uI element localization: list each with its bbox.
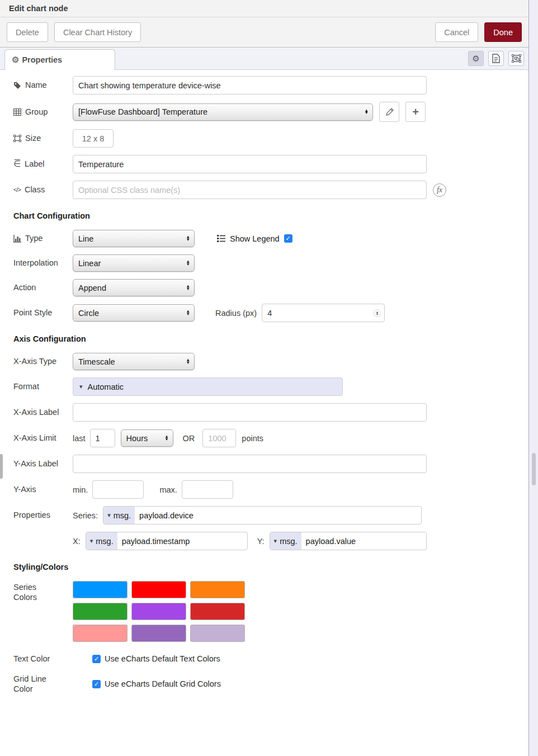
- x-axis-type-select[interactable]: Timescale ▲▼: [73, 353, 195, 370]
- size-button[interactable]: 12 x 8: [73, 129, 114, 148]
- group-row: Group [FlowFuse Dashboard] Temperature ▲…: [0, 102, 528, 122]
- grid-color-checkbox[interactable]: ✓: [92, 680, 101, 688]
- series-color-swatch[interactable]: [190, 625, 245, 642]
- action-select-value: Append: [78, 284, 185, 292]
- limit-points-input[interactable]: [202, 429, 236, 447]
- add-group-button[interactable]: +: [405, 102, 426, 122]
- series-color-swatch[interactable]: [131, 625, 186, 642]
- series-typed-input[interactable]: ▾ msg. payload.device: [103, 506, 422, 525]
- interpolation-select-value: Linear: [78, 259, 185, 268]
- text-color-checkbox[interactable]: ✓: [92, 655, 101, 663]
- limit-unit-value: Hours: [126, 434, 164, 443]
- text-color-row: Text Color ✓ Use eCharts Default Text Co…: [0, 654, 528, 664]
- chevron-down-icon: ▾: [107, 512, 111, 519]
- limit-unit-select[interactable]: Hours ▲▼: [121, 429, 173, 447]
- point-style-select[interactable]: Circle ▲▼: [73, 304, 195, 322]
- group-select[interactable]: [FlowFuse Dashboard] Temperature ▲▼: [73, 103, 373, 121]
- code-icon: </>: [13, 186, 21, 194]
- radius-input-wrap: ▲▼: [262, 304, 385, 322]
- series-color-swatch[interactable]: [73, 625, 128, 642]
- x-property-label: X:: [73, 537, 81, 546]
- xy-property-row: X: ▾ msg. payload.timestamp Y: ▾ msg. pa…: [0, 532, 528, 550]
- series-color-swatch[interactable]: [73, 581, 128, 598]
- radius-group: Radius (px) ▲▼: [215, 304, 385, 322]
- series-property-row: Properties Series: ▾ msg. payload.device: [0, 506, 528, 525]
- styling-colors-heading: Styling/Colors: [13, 563, 528, 571]
- text-color-option: ✓ Use eCharts Default Text Colors: [92, 654, 220, 663]
- last-label: last: [73, 434, 86, 443]
- properties-tab-button[interactable]: ⚙: [468, 51, 484, 66]
- group-label-group: Group: [13, 107, 73, 117]
- axis-configuration-heading: Axis Configuration: [13, 334, 528, 343]
- action-select[interactable]: Append ▲▼: [73, 279, 195, 296]
- interpolation-row: Interpolation Linear ▲▼: [0, 254, 528, 272]
- x-axis-type-row: X-Axis Type Timescale ▲▼: [0, 353, 528, 370]
- label-input[interactable]: [73, 155, 427, 173]
- scrollbar-thumb[interactable]: [532, 453, 536, 485]
- format-label: Format: [13, 381, 39, 391]
- dialog-title: Edit chart node: [9, 4, 68, 13]
- grid-color-option: ✓ Use eCharts Default Grid Colors: [92, 679, 221, 688]
- document-icon: [492, 54, 500, 63]
- y-axis-label-label-group: Y-Axis Label: [13, 459, 73, 469]
- x-axis-label-label-group: X-Axis Label: [13, 407, 73, 417]
- scrollbar-track[interactable]: [529, 0, 538, 756]
- action-row: Action Append ▲▼: [0, 279, 528, 296]
- y-max-input[interactable]: [182, 480, 233, 499]
- delete-button[interactable]: Delete: [7, 22, 48, 42]
- y-min-label: min.: [73, 485, 88, 494]
- text-color-label-group: Text Color: [13, 654, 73, 664]
- series-color-grid: [73, 581, 245, 642]
- interpolation-select[interactable]: Linear ▲▼: [73, 254, 195, 272]
- action-label: Action: [13, 282, 36, 292]
- radius-input[interactable]: [262, 304, 385, 322]
- series-colors-label: Series Colors: [13, 582, 58, 602]
- tab-properties[interactable]: ⚙ Properties: [4, 49, 115, 70]
- class-input[interactable]: [73, 181, 427, 199]
- description-tab-button[interactable]: [488, 51, 504, 66]
- x-typed-input[interactable]: ▾ msg. payload.timestamp: [86, 532, 248, 550]
- name-input[interactable]: [73, 76, 427, 94]
- point-style-label-group: Point Style: [13, 308, 73, 318]
- action-label-group: Action: [13, 282, 73, 292]
- name-label-group: Name: [13, 80, 73, 90]
- y-axis-label: Y-Axis: [13, 484, 36, 494]
- series-color-swatch[interactable]: [190, 581, 245, 598]
- y-axis-label-row: Y-Axis Label: [0, 455, 528, 473]
- grid-color-label: Grid Line Color: [13, 674, 58, 694]
- y-type-button[interactable]: ▾ msg.: [270, 532, 301, 550]
- tray-resize-grip[interactable]: [0, 454, 3, 479]
- y-typed-input[interactable]: ▾ msg. payload.value: [270, 532, 427, 550]
- label-row: ⋶ Label: [0, 155, 528, 173]
- x-axis-label-input[interactable]: [73, 403, 427, 422]
- y-axis-row: Y-Axis min. max.: [0, 480, 528, 499]
- type-select[interactable]: Line ▲▼: [73, 230, 195, 247]
- x-axis-type-label: X-Axis Type: [13, 356, 56, 366]
- select-arrows-icon: ▲▼: [364, 110, 370, 115]
- appearance-tab-button[interactable]: [508, 51, 524, 66]
- label-label: Label: [25, 159, 44, 169]
- edit-node-dialog: Edit chart node Delete Clear Chart Histo…: [0, 0, 529, 756]
- done-button[interactable]: Done: [484, 22, 522, 42]
- edit-group-button[interactable]: [379, 102, 399, 122]
- type-row: Type Line ▲▼ Show Legend ✓: [0, 230, 528, 247]
- series-color-swatch[interactable]: [73, 603, 128, 620]
- clear-chart-history-button[interactable]: Clear Chart History: [54, 22, 141, 42]
- format-dropdown[interactable]: ▾ Automatic: [73, 377, 343, 396]
- y-axis-label-input[interactable]: [73, 455, 427, 473]
- series-colors-label-group: Series Colors: [13, 582, 73, 602]
- limit-duration-input[interactable]: [90, 429, 115, 447]
- cancel-button[interactable]: Cancel: [435, 22, 478, 42]
- series-color-swatch[interactable]: [131, 603, 186, 620]
- list-icon: [217, 235, 225, 242]
- y-max-label: max.: [159, 485, 177, 494]
- name-row: Name: [0, 76, 528, 94]
- group-select-value: [FlowFuse Dashboard] Temperature: [78, 107, 364, 116]
- y-min-input[interactable]: [92, 480, 144, 499]
- size-row: Size 12 x 8: [0, 129, 528, 148]
- show-legend-checkbox[interactable]: ✓: [284, 234, 292, 243]
- series-type-button[interactable]: ▾ msg.: [103, 507, 135, 524]
- series-color-swatch[interactable]: [131, 581, 186, 598]
- x-type-button[interactable]: ▾ msg.: [86, 532, 117, 550]
- series-color-swatch[interactable]: [190, 603, 245, 620]
